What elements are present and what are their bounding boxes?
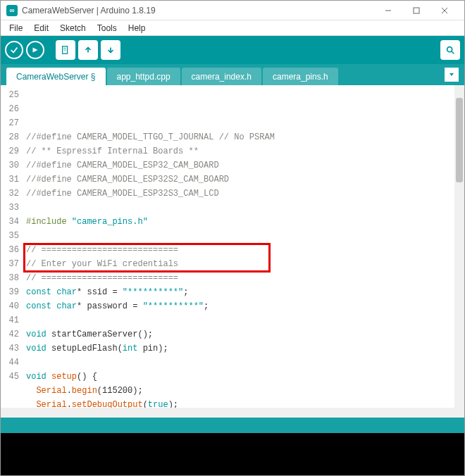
code-line[interactable]	[23, 313, 454, 327]
serial-monitor-button[interactable]	[440, 40, 460, 60]
code-line[interactable]	[23, 356, 454, 370]
code-line[interactable]: //#define CAMERA_MODEL_ESP32S2_CAM_BOARD	[23, 173, 454, 187]
window-title: CameraWebServer | Arduino 1.8.19	[22, 6, 374, 15]
tab-bar: CameraWebServer § app_httpd.cpp camera_i…	[1, 64, 464, 85]
line-number: 40	[1, 299, 19, 313]
line-number: 33	[1, 201, 19, 215]
line-number: 34	[1, 215, 19, 229]
tab-dropdown-button[interactable]	[445, 68, 459, 82]
code-line[interactable]: void startCameraServer();	[23, 327, 454, 342]
menu-edit[interactable]: Edit	[28, 22, 54, 35]
arduino-app-icon: ∞	[6, 5, 18, 16]
svg-point-7	[447, 47, 452, 52]
minimize-button[interactable]	[374, 1, 402, 20]
maximize-button[interactable]	[402, 1, 430, 20]
line-number: 30	[1, 158, 19, 173]
line-number: 43	[1, 342, 19, 356]
line-number: 31	[1, 173, 19, 187]
code-line[interactable]: void setup() {	[23, 370, 454, 384]
code-line[interactable]: const char* ssid = "**********";	[23, 285, 454, 299]
line-number: 38	[1, 271, 19, 285]
vertical-scrollbar[interactable]	[454, 85, 464, 408]
vertical-scrollbar-thumb[interactable]	[456, 98, 463, 182]
window-titlebar: ∞ CameraWebServer | Arduino 1.8.19	[1, 1, 464, 20]
code-area[interactable]: //#define CAMERA_MODEL_TTGO_T_JOURNAL //…	[23, 85, 454, 408]
line-number-gutter: 2526272829303132333435363738394041424344…	[1, 85, 23, 408]
code-line[interactable]: //#define CAMERA_MODEL_ESP32S3_CAM_LCD	[23, 187, 454, 201]
toolbar	[1, 36, 464, 64]
svg-line-8	[452, 51, 454, 54]
code-line[interactable]: #include "camera_pins.h"	[23, 215, 454, 229]
code-line[interactable]: // ===========================	[23, 243, 454, 257]
line-number: 42	[1, 327, 19, 342]
line-number: 39	[1, 285, 19, 299]
console-output[interactable]	[1, 433, 464, 475]
code-line[interactable]: //#define CAMERA_MODEL_ESP32_CAM_BOARD	[23, 158, 454, 173]
line-number: 32	[1, 187, 19, 201]
menu-tools[interactable]: Tools	[92, 22, 123, 35]
code-line[interactable]	[23, 229, 454, 243]
upload-button[interactable]	[26, 41, 44, 59]
svg-rect-1	[414, 8, 419, 13]
close-button[interactable]	[430, 1, 459, 20]
line-number: 41	[1, 313, 19, 327]
window-controls	[374, 1, 459, 20]
code-line[interactable]: Serial.begin(115200);	[23, 384, 454, 398]
line-number: 44	[1, 356, 19, 370]
new-sketch-button[interactable]	[56, 40, 75, 60]
verify-button[interactable]	[5, 41, 23, 59]
code-editor[interactable]: 2526272829303132333435363738394041424344…	[1, 85, 464, 408]
code-line[interactable]: void setupLedFlash(int pin);	[23, 342, 454, 356]
code-line[interactable]: const char* password = "**********";	[23, 299, 454, 313]
line-number: 29	[1, 144, 19, 158]
menu-bar: File Edit Sketch Tools Help	[1, 20, 464, 36]
menu-sketch[interactable]: Sketch	[54, 22, 92, 35]
message-bar	[1, 418, 464, 433]
code-line[interactable]: //#define CAMERA_MODEL_TTGO_T_JOURNAL //…	[23, 130, 454, 144]
tab-camera-pins[interactable]: camera_pins.h	[263, 68, 338, 85]
tab-app-httpd[interactable]: app_httpd.cpp	[107, 68, 180, 85]
code-line[interactable]: // ===========================	[23, 271, 454, 285]
menu-file[interactable]: File	[4, 22, 28, 35]
line-number: 25	[1, 88, 19, 102]
line-number: 36	[1, 243, 19, 257]
line-number: 37	[1, 257, 19, 271]
tab-camerawebserver[interactable]: CameraWebServer §	[6, 68, 106, 85]
line-number: 26	[1, 102, 19, 116]
code-line[interactable]	[23, 201, 454, 215]
save-sketch-button[interactable]	[101, 40, 120, 60]
code-line[interactable]: // Enter your WiFi credentials	[23, 257, 454, 271]
code-line[interactable]: Serial.setDebugOutput(true);	[23, 398, 454, 408]
line-number: 35	[1, 229, 19, 243]
open-sketch-button[interactable]	[78, 40, 98, 60]
line-number: 27	[1, 116, 19, 130]
horizontal-scrollbar[interactable]	[1, 408, 464, 418]
code-line[interactable]: // ** Espressif Internal Boards **	[23, 144, 454, 158]
menu-help[interactable]: Help	[123, 22, 151, 35]
tab-camera-index[interactable]: camera_index.h	[182, 68, 261, 85]
line-number: 28	[1, 130, 19, 144]
line-number: 45	[1, 370, 19, 384]
